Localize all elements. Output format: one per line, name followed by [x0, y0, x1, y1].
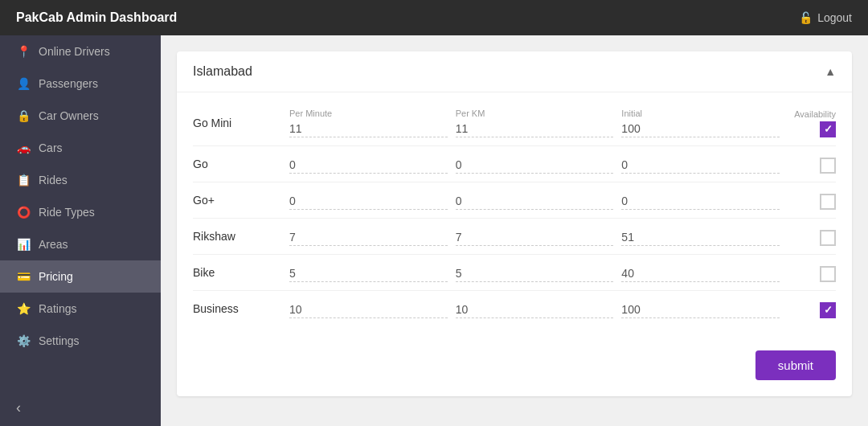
initial-input-1[interactable]: [621, 157, 780, 174]
sidebar-label-cars: Cars: [39, 141, 63, 154]
per-minute-input-5[interactable]: [289, 301, 448, 318]
availability-checkbox-1[interactable]: [820, 158, 836, 174]
availability-label-0: Availability: [794, 109, 836, 119]
section-title: Islamabad: [193, 64, 252, 79]
per-km-label-0: Per KM: [456, 109, 614, 118]
rides-icon: 📋: [16, 174, 31, 186]
availability-col-4: [788, 264, 836, 282]
sidebar-item-pricing[interactable]: 💳Pricing: [0, 260, 161, 293]
collapse-icon: ▲: [825, 65, 836, 78]
settings-icon: ⚙️: [16, 334, 31, 347]
app-title: PakCab Admin Dashboard: [16, 10, 177, 25]
initial-group-2: [621, 190, 780, 210]
pricing-row-rikshaw: Rikshaw: [193, 219, 836, 255]
pricing-row-go-mini: Go Mini Per Minute Per KM Initial Availa…: [193, 100, 836, 146]
per-km-input-4[interactable]: [456, 265, 614, 282]
availability-col-5: [788, 300, 836, 318]
availability-checkbox-5[interactable]: [820, 302, 836, 318]
areas-icon: 📊: [16, 238, 31, 251]
sidebar-item-passengers[interactable]: 👤Passengers: [0, 68, 161, 100]
submit-button[interactable]: submit: [755, 350, 836, 380]
per-minute-group-2: [289, 190, 448, 210]
pricing-row-go+: Go+: [193, 182, 836, 219]
service-name-5: Business: [193, 302, 289, 315]
per-km-group-3: [456, 227, 614, 246]
per-km-input-0[interactable]: [456, 121, 614, 137]
per-minute-group-1: [289, 154, 448, 174]
initial-input-2[interactable]: [621, 193, 780, 210]
per-minute-input-4[interactable]: [289, 265, 448, 282]
app-header: PakCab Admin Dashboard 🔓 Logout: [0, 0, 868, 35]
initial-label-0: Initial: [621, 109, 780, 118]
per-minute-input-2[interactable]: [289, 193, 448, 210]
pricing-row-bike: Bike: [193, 255, 836, 291]
initial-input-0[interactable]: [621, 121, 780, 137]
sidebar-label-online-drivers: Online Drivers: [39, 45, 110, 58]
card-header[interactable]: Islamabad ▲: [177, 51, 852, 92]
availability-col-1: [788, 155, 836, 174]
sidebar: 📍Online Drivers👤Passengers🔒Car Owners🚗Ca…: [0, 35, 161, 426]
availability-col-3: [788, 227, 836, 246]
logout-icon: 🔓: [799, 11, 813, 24]
ratings-icon: ⭐: [16, 302, 31, 315]
availability-col-0: Availability: [788, 109, 836, 137]
sidebar-label-ride-types: Ride Types: [39, 206, 95, 219]
initial-input-3[interactable]: [621, 229, 780, 246]
initial-group-5: [621, 299, 780, 318]
per-minute-group-3: [289, 227, 448, 246]
per-minute-input-3[interactable]: [289, 229, 448, 246]
sidebar-label-car-owners: Car Owners: [39, 109, 99, 122]
service-name-2: Go+: [193, 194, 289, 207]
sidebar-item-ride-types[interactable]: ⭕Ride Types: [0, 196, 161, 228]
initial-group-1: [621, 154, 780, 174]
sidebar-label-passengers: Passengers: [39, 77, 98, 90]
availability-checkbox-0[interactable]: [820, 121, 836, 137]
per-km-group-5: [456, 299, 614, 318]
initial-group-0: Initial: [621, 109, 780, 137]
pricing-table: Go Mini Per Minute Per KM Initial Availa…: [177, 92, 852, 342]
pricing-icon: 💳: [16, 270, 31, 283]
sidebar-item-online-drivers[interactable]: 📍Online Drivers: [0, 35, 161, 68]
service-name-3: Rikshaw: [193, 230, 289, 243]
initial-input-5[interactable]: [621, 301, 780, 318]
initial-input-4[interactable]: [621, 265, 780, 282]
passengers-icon: 👤: [16, 77, 31, 90]
pricing-card: Islamabad ▲ Go Mini Per Minute Per KM In…: [177, 51, 852, 396]
initial-group-4: [621, 263, 780, 282]
sidebar-item-cars[interactable]: 🚗Cars: [0, 132, 161, 164]
per-minute-group-5: [289, 299, 448, 318]
sidebar-label-pricing: Pricing: [39, 270, 73, 283]
sidebar-label-settings: Settings: [39, 334, 80, 347]
service-name-0: Go Mini: [193, 117, 289, 129]
per-minute-group-0: Per Minute: [289, 109, 448, 137]
per-km-group-1: [456, 154, 614, 174]
sidebar-label-ratings: Ratings: [39, 302, 76, 315]
availability-col-2: [788, 191, 836, 210]
per-km-input-2[interactable]: [456, 193, 614, 210]
initial-group-3: [621, 227, 780, 246]
per-minute-input-0[interactable]: [289, 121, 448, 137]
sidebar-toggle[interactable]: ‹: [0, 390, 161, 426]
sidebar-item-ratings[interactable]: ⭐Ratings: [0, 293, 161, 325]
service-name-1: Go: [193, 158, 289, 170]
service-name-4: Bike: [193, 266, 289, 279]
per-minute-group-4: [289, 263, 448, 282]
submit-row: submit: [177, 342, 852, 396]
main-content: Islamabad ▲ Go Mini Per Minute Per KM In…: [161, 35, 868, 426]
pricing-row-business: Business: [193, 291, 836, 326]
sidebar-item-rides[interactable]: 📋Rides: [0, 164, 161, 196]
sidebar-item-settings[interactable]: ⚙️Settings: [0, 325, 161, 357]
per-km-input-3[interactable]: [456, 229, 614, 246]
per-km-group-2: [456, 190, 614, 210]
sidebar-item-areas[interactable]: 📊Areas: [0, 228, 161, 260]
availability-checkbox-2[interactable]: [820, 194, 836, 210]
per-minute-input-1[interactable]: [289, 157, 448, 174]
logout-button[interactable]: 🔓 Logout: [799, 11, 852, 24]
car-owners-icon: 🔒: [16, 109, 31, 122]
per-km-input-1[interactable]: [456, 157, 614, 174]
sidebar-item-car-owners[interactable]: 🔒Car Owners: [0, 100, 161, 132]
pricing-row-go: Go: [193, 146, 836, 182]
per-km-input-5[interactable]: [456, 301, 614, 318]
availability-checkbox-3[interactable]: [820, 230, 836, 246]
availability-checkbox-4[interactable]: [820, 266, 836, 282]
